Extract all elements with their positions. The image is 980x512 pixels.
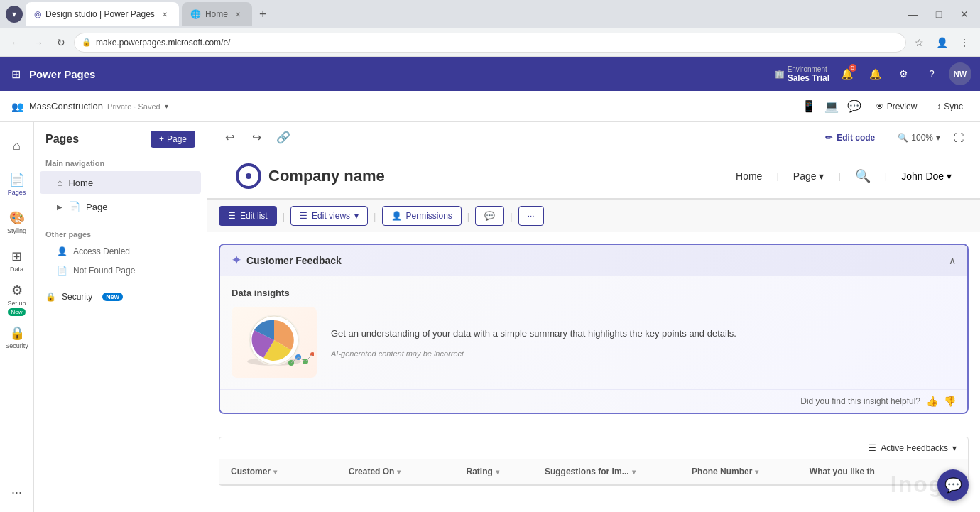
sidebar-item-setup[interactable]: ⚙ Set up New <box>3 281 31 317</box>
minimize-button[interactable]: — <box>903 4 923 24</box>
preview-button[interactable]: 👁 Preview <box>870 99 923 114</box>
col-header-phone[interactable]: Phone Number ▾ <box>692 467 810 476</box>
pages-header: Pages + Page <box>34 122 207 153</box>
insights-content: Get an understanding of your data with a… <box>232 307 956 378</box>
notifications-button[interactable]: 🔔 5 <box>835 62 858 85</box>
reload-button[interactable]: ↻ <box>51 33 71 53</box>
tab-title-1: Design studio | Power Pages <box>45 9 155 19</box>
other-page-not-found[interactable]: 📄 Not Found Page <box>40 261 201 280</box>
new-tab-button[interactable]: + <box>255 7 271 22</box>
canvas-content: Company name Home | Page | 🔍 | John Doe <box>207 153 980 512</box>
redo-button[interactable]: ↪ <box>246 127 267 148</box>
preview-user-menu[interactable]: John Doe <box>901 170 952 182</box>
setup-icon: ⚙ <box>11 283 23 298</box>
page-nav-icon: 📄 <box>68 201 80 212</box>
canvas-scroll[interactable]: Company name Home | Page | 🔍 | John Doe <box>207 153 980 512</box>
zoom-control[interactable]: 🔍 100% ▾ <box>892 130 946 146</box>
forward-button[interactable]: → <box>28 33 48 53</box>
table-col-headers: Customer ▾ Created On ▾ Rating ▾ <box>219 459 968 485</box>
sidebar-item-security[interactable]: 🔒 Security <box>3 320 31 355</box>
data-label: Data <box>10 266 23 273</box>
col-header-created-on[interactable]: Created On ▾ <box>349 467 467 476</box>
table-section: ☰ Active Feedbacks ▾ Customer ▾ <box>219 437 969 486</box>
address-bar[interactable]: 🔒 make.powerpages.microsoft.com/e/ <box>74 33 906 53</box>
edit-list-button[interactable]: ☰ Edit list <box>219 206 277 226</box>
access-denied-icon: 👤 <box>57 246 67 256</box>
page-preview: Company name Home | Page | 🔍 | John Doe <box>207 153 980 512</box>
edit-views-button[interactable]: ☰ Edit views ▾ <box>290 206 368 226</box>
tab-close-2[interactable]: ✕ <box>232 9 244 20</box>
chatbot-button[interactable]: 💬 <box>937 469 969 501</box>
insights-image <box>232 307 317 378</box>
preview-logo: Company name <box>236 163 385 189</box>
rating-col-label: Rating <box>466 467 492 476</box>
nav-item-home[interactable]: ⌂ Home ··· <box>40 171 201 194</box>
sidebar-item-data[interactable]: ⊞ Data <box>3 243 31 278</box>
customer-sort-icon: ▾ <box>273 468 277 476</box>
phone-col-label: Phone Number <box>692 467 752 476</box>
top-nav: ⊞ Power Pages 🏢 Environment Sales Trial … <box>0 57 980 91</box>
mobile-view-icon[interactable]: 📱 <box>802 99 816 113</box>
add-page-label: Page <box>167 134 187 144</box>
thumbs-up-button[interactable]: 👍 <box>926 396 938 407</box>
col-header-whatyoulike[interactable]: What you like th <box>810 467 957 476</box>
preview-nav-home[interactable]: Home <box>736 170 762 182</box>
site-name-section: MassConstruction Private · Saved ▾ <box>29 101 168 111</box>
tab-home[interactable]: 🌐 Home ✕ <box>182 2 252 26</box>
more-button[interactable]: ··· <box>3 478 31 506</box>
page-expand-icon[interactable]: ▶ <box>57 203 62 211</box>
profile-button[interactable]: 👤 <box>932 33 952 53</box>
sidebar-item-styling[interactable]: 🎨 Styling <box>3 205 31 240</box>
settings-button[interactable]: ⚙ <box>892 62 915 85</box>
tab-close-1[interactable]: ✕ <box>159 9 170 20</box>
back-button[interactable]: ← <box>6 33 26 53</box>
bookmarks-button[interactable]: ☆ <box>909 33 929 53</box>
site-status: Private · Saved <box>107 102 160 111</box>
link-button[interactable]: 🔗 <box>273 127 294 148</box>
user-avatar[interactable]: NW <box>949 62 971 85</box>
edit-code-button[interactable]: ✏ Edit code <box>820 130 881 146</box>
col-header-customer[interactable]: Customer ▾ <box>231 467 349 476</box>
extensions-button[interactable]: ⋮ <box>954 33 974 53</box>
comment-button[interactable]: 💬 <box>475 206 504 226</box>
add-page-button[interactable]: + Page <box>151 131 195 148</box>
site-dropdown-chevron[interactable]: ▾ <box>165 102 168 110</box>
bell-button[interactable]: 🔔 <box>864 62 886 85</box>
security-nav-icon: 🔒 <box>45 292 56 302</box>
permissions-button[interactable]: 👤 Permissions <box>382 206 462 226</box>
logo-circle <box>236 163 261 189</box>
comment-icon[interactable]: 💬 <box>847 99 861 113</box>
preview-search-icon[interactable]: 🔍 <box>855 168 871 184</box>
col-header-rating[interactable]: Rating ▾ <box>466 467 544 476</box>
sparkle-icon: ✦ <box>232 254 241 267</box>
other-pages-section: Other pages 👤 Access Denied 📄 Not Found … <box>34 224 207 280</box>
sidebar-item-pages[interactable]: 📄 Pages <box>3 166 31 202</box>
maximize-button[interactable]: □ <box>929 4 949 24</box>
whatyoulike-col-label: What you like th <box>810 467 875 476</box>
preview-nav-page[interactable]: Page <box>793 170 824 182</box>
desktop-view-icon[interactable]: 💻 <box>824 99 839 113</box>
thumbs-down-button[interactable]: 👎 <box>944 396 956 407</box>
tab-design-studio[interactable]: ◎ Design studio | Power Pages ✕ <box>26 2 179 26</box>
add-icon: + <box>159 134 164 144</box>
insights-collapse-button[interactable]: ∧ <box>949 255 956 266</box>
nav-item-page[interactable]: ▶ 📄 Page ··· <box>40 195 201 218</box>
close-window-button[interactable]: ✕ <box>954 4 974 24</box>
waffle-icon[interactable]: ⊞ <box>9 65 23 84</box>
undo-button[interactable]: ↩ <box>219 127 240 148</box>
more-options-button[interactable]: ··· <box>518 206 544 226</box>
lock-icon: 🔒 <box>82 38 92 47</box>
help-button[interactable]: ? <box>920 62 943 85</box>
env-building-icon: 🏢 <box>775 70 785 79</box>
fullscreen-button[interactable]: ⛶ <box>949 128 969 148</box>
sidebar-item-home[interactable]: ⌂ <box>3 128 31 163</box>
col-header-suggestions[interactable]: Suggestions for Im... ▾ <box>545 467 692 476</box>
active-feedbacks-button[interactable]: ☰ Active Feedbacks ▾ <box>869 443 957 453</box>
security-nav-item[interactable]: 🔒 Security New <box>34 286 207 307</box>
sync-button[interactable]: ↕ Sync <box>931 99 969 114</box>
tab-switcher[interactable]: ▾ <box>6 6 23 23</box>
preview-label: Preview <box>887 102 918 111</box>
other-page-access-denied[interactable]: 👤 Access Denied <box>40 242 201 261</box>
created-sort-icon: ▾ <box>397 468 401 476</box>
zoom-chevron: ▾ <box>936 133 940 143</box>
